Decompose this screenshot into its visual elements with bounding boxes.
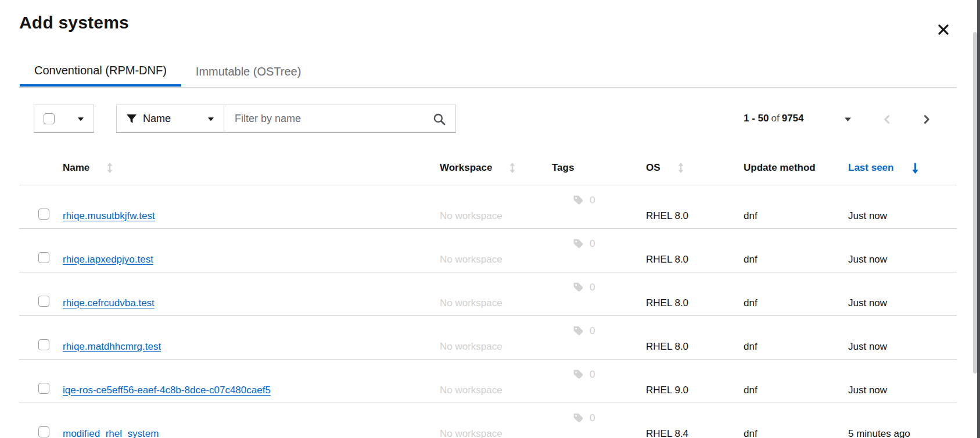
tab-immutable[interactable]: Immutable (OSTree)	[181, 60, 316, 87]
os-cell: RHEL 8.0	[646, 341, 688, 353]
tag-count: 0	[590, 238, 595, 250]
table-row: rhiqe.cefrcudvba.test No workspace 0 RHE…	[19, 272, 957, 315]
last-seen-cell: Just now	[848, 210, 887, 222]
system-name-link[interactable]: rhiqe.matdhhcmrg.test	[63, 341, 161, 352]
system-name-cell: rhiqe.musutbkjfw.test	[63, 210, 155, 222]
column-header-os[interactable]: OS	[646, 151, 685, 185]
scrollbar-track-edge	[977, 0, 980, 438]
tag-icon	[572, 325, 584, 337]
close-button[interactable]	[934, 20, 953, 40]
os-cell: RHEL 8.0	[646, 210, 688, 222]
column-header-workspace[interactable]: Workspace	[440, 151, 516, 185]
tag-icon	[572, 238, 584, 250]
last-seen-cell: Just now	[848, 341, 887, 353]
tag-count-button[interactable]: 0	[572, 194, 595, 206]
table-row: rhiqe.matdhhcmrg.test No workspace 0 RHE…	[19, 315, 957, 359]
table-row: rhiqe.iapxedpjyo.test No workspace 0 RHE…	[19, 228, 957, 272]
previous-page-button[interactable]	[879, 111, 895, 127]
update-method-cell: dnf	[744, 341, 758, 353]
column-header-update-method: Update method	[744, 151, 816, 185]
system-name-link[interactable]: iqe-ros-ce5eff56-eaef-4c8b-8dce-c07c480c…	[63, 385, 271, 396]
tag-count: 0	[590, 325, 595, 337]
pagination-summary: 1 - 50of9754	[744, 113, 804, 124]
pagination-options-toggle[interactable]	[839, 111, 856, 127]
system-name-link[interactable]: rhiqe.musutbkjfw.test	[63, 210, 155, 221]
systems-table-body: rhiqe.musutbkjfw.test No workspace 0 RHE…	[19, 185, 957, 438]
search-input[interactable]	[234, 106, 428, 132]
page-title: Add systems	[19, 13, 129, 33]
os-cell: RHEL 8.4	[646, 428, 688, 438]
os-cell: RHEL 9.0	[646, 385, 688, 396]
table-row: iqe-ros-ce5eff56-eaef-4c8b-8dce-c07c480c…	[19, 359, 957, 403]
caret-down-icon	[77, 117, 84, 121]
row-checkbox[interactable]	[38, 252, 49, 263]
workspace-cell: No workspace	[440, 341, 502, 353]
pagination-total: 9754	[782, 113, 804, 124]
workspace-cell: No workspace	[440, 428, 502, 438]
row-checkbox[interactable]	[38, 296, 49, 307]
last-seen-cell: 5 minutes ago	[848, 428, 910, 438]
sort-both-icon	[106, 162, 114, 174]
scrollbar-thumb[interactable]	[973, 32, 977, 374]
last-seen-cell: Just now	[848, 297, 887, 309]
tag-icon	[572, 194, 584, 206]
pagination-range: 1 - 50	[744, 113, 769, 124]
row-checkbox[interactable]	[38, 383, 49, 394]
os-cell: RHEL 8.0	[646, 297, 688, 309]
column-header-tags: Tags	[552, 151, 574, 185]
tag-count: 0	[590, 282, 595, 293]
row-checkbox[interactable]	[38, 209, 49, 220]
last-seen-cell: Just now	[848, 254, 887, 265]
system-name-link[interactable]: modified_rhel_system	[63, 428, 159, 438]
column-header-name[interactable]: Name	[63, 151, 114, 185]
system-name-link[interactable]: rhiqe.iapxedpjyo.test	[63, 254, 153, 265]
system-name-cell: rhiqe.matdhhcmrg.test	[63, 341, 161, 353]
caret-down-icon	[207, 117, 214, 121]
tabs-divider	[19, 87, 957, 88]
close-icon	[937, 23, 950, 36]
system-name-cell: rhiqe.cefrcudvba.test	[63, 297, 155, 309]
workspace-cell: No workspace	[440, 254, 502, 265]
update-method-cell: dnf	[744, 428, 758, 438]
system-name-cell: modified_rhel_system	[63, 428, 159, 438]
bulk-select-toggle[interactable]	[34, 105, 94, 133]
tag-icon	[572, 281, 584, 293]
system-name-cell: rhiqe.iapxedpjyo.test	[63, 254, 153, 265]
table-row: rhiqe.musutbkjfw.test No workspace 0 RHE…	[19, 185, 957, 228]
tag-count-button[interactable]: 0	[572, 325, 595, 337]
sort-both-icon	[677, 162, 685, 174]
last-seen-cell: Just now	[848, 385, 887, 396]
workspace-cell: No workspace	[440, 210, 502, 222]
tag-count-button[interactable]: 0	[572, 412, 595, 424]
workspace-cell: No workspace	[440, 297, 502, 309]
row-checkbox[interactable]	[38, 339, 49, 350]
tag-count-button[interactable]: 0	[572, 281, 595, 293]
system-name-link[interactable]: rhiqe.cefrcudvba.test	[63, 297, 155, 308]
tag-count: 0	[590, 195, 595, 206]
table-header: Name Workspace Tags OS Update method Las…	[19, 151, 957, 185]
os-cell: RHEL 8.0	[646, 254, 688, 265]
bulk-select-checkbox[interactable]	[44, 113, 55, 124]
update-method-cell: dnf	[744, 385, 758, 396]
update-method-cell: dnf	[744, 254, 758, 265]
row-checkbox[interactable]	[38, 426, 49, 437]
sort-desc-icon	[911, 162, 920, 174]
table-row: modified_rhel_system No workspace 0 RHEL…	[19, 403, 957, 438]
tag-count: 0	[590, 412, 595, 424]
update-method-cell: dnf	[744, 297, 758, 309]
pagination-of: of	[769, 113, 781, 124]
next-page-button[interactable]	[918, 111, 934, 127]
tag-count: 0	[590, 369, 595, 380]
update-method-cell: dnf	[744, 210, 758, 222]
workspace-cell: No workspace	[440, 385, 502, 396]
tag-count-button[interactable]: 0	[572, 238, 595, 250]
tag-count-button[interactable]: 0	[572, 368, 595, 380]
filter-attribute-dropdown[interactable]: Name	[116, 105, 224, 133]
column-header-last-seen[interactable]: Last seen	[848, 151, 920, 185]
system-name-cell: iqe-ros-ce5eff56-eaef-4c8b-8dce-c07c480c…	[63, 385, 271, 396]
tab-conventional[interactable]: Conventional (RPM-DNF)	[20, 60, 181, 87]
tag-icon	[572, 368, 584, 380]
filter-funnel-icon	[126, 113, 137, 124]
name-filter-field	[224, 105, 456, 133]
add-systems-modal: Add systems Conventional (RPM-DNF) Immut…	[0, 0, 980, 438]
